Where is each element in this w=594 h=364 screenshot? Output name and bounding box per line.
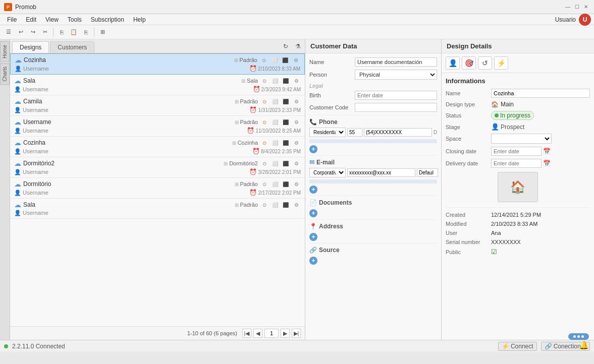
action-btn-2[interactable]: ⬜: [271, 180, 280, 188]
menu-help[interactable]: Help: [129, 15, 150, 24]
action-btn-4[interactable]: ⚙: [292, 77, 301, 85]
design-item[interactable]: ☁ Dormitório2 ⊞ Dormitório2 ⊙ ⬜ ⬛ ⚙: [10, 157, 305, 178]
details-toolbar-person[interactable]: 👤: [446, 56, 460, 70]
toolbar-btn-1[interactable]: ☰: [3, 27, 14, 38]
action-btn-3[interactable]: ⬛: [281, 139, 290, 147]
info-public-value[interactable]: ☑: [491, 248, 497, 256]
action-btn-2[interactable]: ⬜: [270, 56, 279, 64]
action-btn-1[interactable]: ⊙: [260, 201, 269, 209]
email-type-select[interactable]: Corporative Personal: [309, 168, 346, 177]
design-item[interactable]: ☁ Cozinha ⊞ Padrão ⊙ ⬜ ⬛ ⚙: [10, 53, 305, 75]
sidebar-tab-home[interactable]: Home: [0, 41, 10, 62]
action-btn-3[interactable]: ⬛: [281, 97, 290, 105]
add-document-button[interactable]: +: [309, 209, 317, 217]
delivery-date-input[interactable]: [491, 159, 542, 168]
add-phone-button[interactable]: +: [309, 145, 317, 153]
toolbar-btn-2[interactable]: ↩: [15, 27, 26, 38]
action-btn-4[interactable]: ⚙: [292, 180, 301, 188]
birth-input[interactable]: [355, 91, 437, 100]
design-item[interactable]: ☁ Camila ⊞ Padrão ⊙ ⬜ ⬛ ⚙: [10, 95, 305, 116]
design-item[interactable]: ☁ Sala ⊞ Sala ⊙ ⬜ ⬛ ⚙: [10, 75, 305, 95]
action-btn-3[interactable]: ⬛: [281, 159, 290, 167]
page-last-button[interactable]: ▶|: [292, 329, 301, 338]
menu-tools[interactable]: Tools: [64, 15, 86, 24]
menu-subscription[interactable]: Subscription: [87, 15, 128, 24]
bell-icon[interactable]: 🔔: [579, 340, 589, 350]
toolbar-btn-6[interactable]: 📋: [68, 27, 79, 38]
person-select[interactable]: Physical Legal: [355, 70, 437, 80]
details-toolbar-lightning[interactable]: ⚡: [494, 56, 508, 70]
action-btn-4[interactable]: ⚙: [292, 139, 301, 147]
action-btn-2[interactable]: ⬜: [271, 97, 280, 105]
closing-date-input[interactable]: [491, 147, 542, 156]
action-btn-1[interactable]: ⊙: [260, 97, 269, 105]
design-item[interactable]: ☁ Sala ⊞ Padrão ⊙ ⬜ ⬛ ⚙: [10, 199, 305, 219]
action-btn-2[interactable]: ⬜: [271, 118, 280, 126]
status-badge[interactable]: In progress: [491, 111, 534, 120]
toolbar-btn-4[interactable]: ✂: [39, 27, 50, 38]
toolbar-btn-5[interactable]: ⎘: [56, 27, 67, 38]
name-input[interactable]: [355, 57, 437, 67]
page-number-input[interactable]: [264, 329, 279, 338]
page-first-button[interactable]: |◀: [242, 329, 251, 338]
toolbar-btn-grid[interactable]: ⊞: [97, 27, 108, 38]
action-btn-4[interactable]: ⚙: [292, 118, 301, 126]
action-btn-4[interactable]: ⚙: [292, 97, 301, 105]
action-btn-1[interactable]: ⊙: [260, 180, 269, 188]
action-btn-1[interactable]: ⊙: [260, 77, 269, 85]
phone-ddi-input[interactable]: [347, 128, 362, 137]
action-btn-3[interactable]: ⬛: [281, 180, 290, 188]
stage-badge[interactable]: 👤 Prospect: [491, 123, 524, 131]
action-btn-1[interactable]: ⊙: [260, 118, 269, 126]
info-name-input[interactable]: [491, 89, 590, 98]
menu-file[interactable]: File: [3, 15, 21, 24]
action-btn-3[interactable]: ⬛: [281, 56, 290, 64]
maximize-button[interactable]: ☐: [573, 3, 581, 11]
add-email-button[interactable]: +: [309, 186, 317, 194]
delivery-date-icon[interactable]: 📅: [543, 160, 551, 167]
action-btn-1[interactable]: ⊙: [260, 139, 269, 147]
action-btn-2[interactable]: ⬜: [271, 201, 280, 209]
phone-number-input[interactable]: [364, 128, 432, 137]
action-btn-4[interactable]: ⚙: [292, 159, 301, 167]
closing-date-icon[interactable]: 📅: [543, 148, 551, 155]
email-input[interactable]: [347, 168, 415, 177]
space-select[interactable]: [491, 134, 552, 144]
email-default-input[interactable]: [417, 168, 438, 177]
phone-type-select[interactable]: Residential Mobile Commercial: [309, 128, 346, 137]
page-next-button[interactable]: ▶: [281, 329, 290, 338]
action-btn-4[interactable]: ⚙: [292, 201, 301, 209]
tab-customers[interactable]: Customers: [50, 41, 94, 53]
minimize-button[interactable]: —: [564, 3, 572, 11]
menu-view[interactable]: View: [41, 15, 63, 24]
toolbar-btn-3[interactable]: ↪: [27, 27, 38, 38]
filter-button[interactable]: ⚗: [293, 41, 303, 51]
action-btn-2[interactable]: ⬜: [271, 139, 280, 147]
action-btn-1[interactable]: ⊙: [260, 159, 269, 167]
action-btn-4[interactable]: ⚙: [291, 56, 300, 64]
design-item[interactable]: ☁ Cozinha ⊞ Cozinha ⊙ ⬜ ⬛ ⚙: [10, 137, 305, 157]
details-toolbar-target[interactable]: 🎯: [462, 56, 476, 70]
connect-button[interactable]: ⚡ Connect: [498, 342, 537, 351]
phone-action-d[interactable]: D: [434, 130, 437, 135]
menu-edit[interactable]: Edit: [22, 15, 40, 24]
toolbar-btn-7[interactable]: ⎘: [80, 27, 91, 38]
design-item[interactable]: ☁ Dormitório ⊞ Padrão ⊙ ⬜ ⬛ ⚙: [10, 178, 305, 199]
action-btn-3[interactable]: ⬛: [281, 118, 290, 126]
action-btn-3[interactable]: ⬛: [281, 201, 290, 209]
action-btn-2[interactable]: ⬜: [271, 77, 280, 85]
sidebar-tab-charts[interactable]: Charts: [0, 63, 10, 85]
customer-code-input[interactable]: [355, 103, 437, 112]
refresh-list-button[interactable]: ↻: [281, 41, 291, 51]
details-toolbar-refresh[interactable]: ↺: [478, 56, 492, 70]
tab-designs[interactable]: Designs: [12, 41, 49, 53]
chat-bubble[interactable]: [568, 333, 589, 340]
close-button[interactable]: ✕: [582, 3, 590, 11]
add-source-button[interactable]: +: [309, 257, 317, 265]
add-address-button[interactable]: +: [309, 233, 317, 241]
page-prev-button[interactable]: ◀: [253, 329, 262, 338]
action-btn-3[interactable]: ⬛: [281, 77, 290, 85]
action-btn-2[interactable]: ⬜: [271, 159, 280, 167]
action-btn-1[interactable]: ⊙: [259, 56, 268, 64]
design-item[interactable]: ☁ Username ⊞ Padrão ⊙ ⬜ ⬛ ⚙: [10, 116, 305, 137]
